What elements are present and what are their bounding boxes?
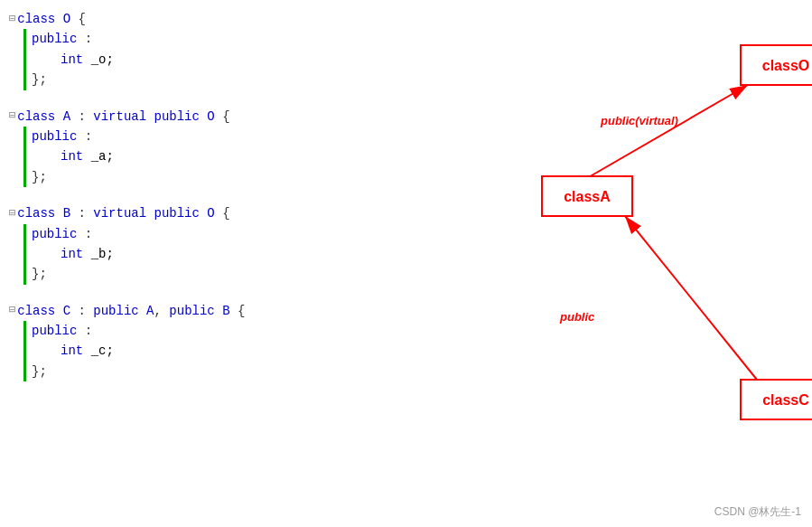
class-box-o: classO xyxy=(741,45,812,85)
class-label-c: classC xyxy=(762,392,809,408)
green-bar xyxy=(23,244,26,264)
green-bar xyxy=(23,321,26,341)
code-block-2: ⊟ class B : virtual public O { public : … xyxy=(9,203,298,285)
collapse-icon-3: ⊟ xyxy=(9,302,15,319)
collapse-icon-1: ⊟ xyxy=(9,108,15,125)
collapse-icon-0: ⊟ xyxy=(9,11,15,28)
code-block-3: ⊟ class C : public A, public B { public … xyxy=(9,301,298,382)
green-bar xyxy=(23,70,26,89)
class-label-a: classA xyxy=(564,189,611,204)
arrow-label-c-a: public xyxy=(559,310,595,324)
green-bar xyxy=(23,127,26,146)
green-bar xyxy=(23,50,26,70)
diagram-panel: public(virtual) public(virtual) public p… xyxy=(298,0,812,527)
green-bar xyxy=(23,362,26,381)
green-bar xyxy=(23,29,26,49)
green-bar xyxy=(23,146,26,166)
code-block-1: ⊟ class A : virtual public O { public : … xyxy=(9,107,298,188)
green-bar xyxy=(23,264,26,284)
arrow-c-to-a xyxy=(625,216,757,380)
green-bar xyxy=(23,224,26,244)
code-panel: ⊟ class O { public : int _o; }; ⊟ class … xyxy=(0,0,298,527)
class-label-o: classO xyxy=(762,58,809,73)
collapse-icon-2: ⊟ xyxy=(9,205,15,222)
class-box-a: classA xyxy=(542,176,632,216)
arrow-label-a-o: public(virtual) xyxy=(600,114,678,127)
arrow-a-to-o xyxy=(587,85,748,178)
code-block-0: ⊟ class O { public : int _o; }; xyxy=(9,9,298,90)
green-bar xyxy=(23,341,26,361)
class-box-c: classC xyxy=(741,380,812,419)
green-bar xyxy=(23,167,26,187)
watermark: CSDN @林先生-1 xyxy=(714,504,801,520)
